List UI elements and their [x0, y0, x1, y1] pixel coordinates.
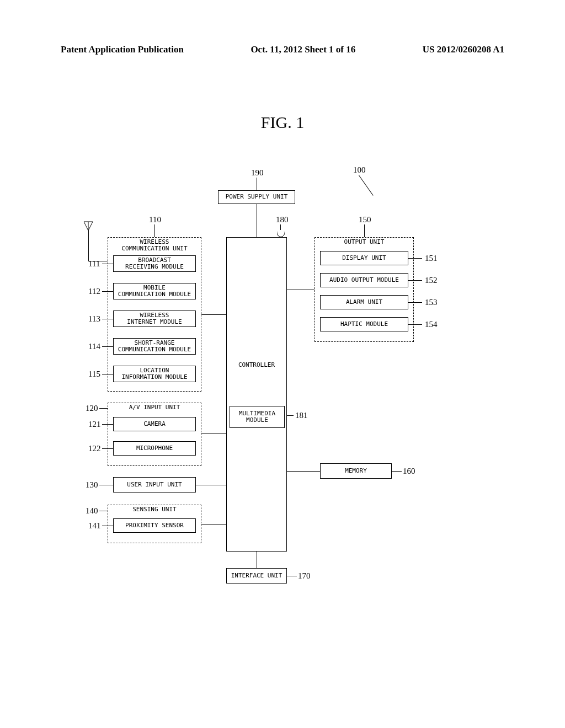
ref-181: 181	[295, 411, 308, 420]
interface-block: INTERFACE UNIT	[226, 568, 287, 584]
av-input-title: A/V INPUT UNIT	[108, 404, 201, 411]
power-supply-block: POWER SUPPLY UNIT	[218, 190, 295, 204]
ref-110: 110	[149, 215, 161, 224]
ref-170: 170	[298, 571, 311, 581]
user-input-block: USER INPUT UNIT	[113, 477, 196, 493]
short-range-block: SHORT-RANGE COMMUNICATION MODULE	[113, 338, 196, 355]
header-right: US 2012/0260208 A1	[423, 44, 504, 55]
block-diagram: POWER SUPPLY UNIT 190 100 CONTROLLER MUL…	[72, 165, 486, 596]
wireless-comm-title: WIRELESS COMMUNICATION UNIT	[108, 239, 201, 252]
header-middle: Oct. 11, 2012 Sheet 1 of 16	[250, 44, 355, 55]
output-unit-title: OUTPUT UNIT	[315, 239, 413, 245]
ref-113: 113	[88, 314, 100, 324]
alarm-block: ALARM UNIT	[320, 295, 408, 309]
location-block: LOCATION INFORMATION MODULE	[113, 366, 196, 382]
haptic-block: HAPTIC MODULE	[320, 317, 408, 331]
wireless-internet-block: WIRELESS INTERNET MODULE	[113, 311, 196, 327]
ref-141: 141	[88, 521, 101, 531]
ref-114: 114	[88, 342, 100, 351]
ref-111: 111	[88, 259, 100, 269]
ref-100: 100	[353, 165, 366, 175]
ref-130: 130	[86, 480, 98, 490]
sensing-unit-title: SENSING UNIT	[108, 506, 201, 513]
ref-160: 160	[403, 467, 415, 476]
mobile-comm-block: MOBILE COMMUNICATION MODULE	[113, 283, 196, 299]
display-block: DISPLAY UNIT	[320, 251, 408, 265]
header-left: Patent Application Publication	[61, 44, 184, 55]
microphone-block: MICROPHONE	[113, 441, 196, 456]
multimedia-block: MULTIMEDIA MODULE	[230, 406, 285, 428]
ref-154: 154	[425, 320, 438, 329]
ref-121: 121	[88, 420, 101, 429]
av-input-group: A/V INPUT UNIT	[108, 403, 201, 466]
ref-151: 151	[425, 254, 438, 263]
ref-153: 153	[425, 298, 438, 307]
ref-150: 150	[359, 215, 371, 224]
ref-152: 152	[425, 276, 438, 285]
memory-block: MEMORY	[320, 463, 392, 479]
broadcast-block: BROADCAST RECEIVING MODULE	[113, 255, 196, 272]
ref-180: 180	[276, 215, 289, 224]
ref-190: 190	[251, 168, 264, 178]
ref-112: 112	[88, 287, 100, 296]
ref-140: 140	[86, 506, 98, 516]
ref-115: 115	[88, 370, 100, 379]
controller-block: CONTROLLER MULTIMEDIA MODULE	[226, 237, 287, 552]
audio-output-block: AUDIO OUTPUT MODULE	[320, 273, 408, 287]
camera-block: CAMERA	[113, 417, 196, 431]
controller-label: CONTROLLER	[227, 362, 286, 368]
figure-title: FIG. 1	[0, 113, 565, 132]
antenna-icon	[83, 221, 94, 232]
proximity-block: PROXIMITY SENSOR	[113, 518, 196, 533]
ref-120: 120	[86, 404, 98, 413]
ref-122: 122	[88, 444, 101, 453]
